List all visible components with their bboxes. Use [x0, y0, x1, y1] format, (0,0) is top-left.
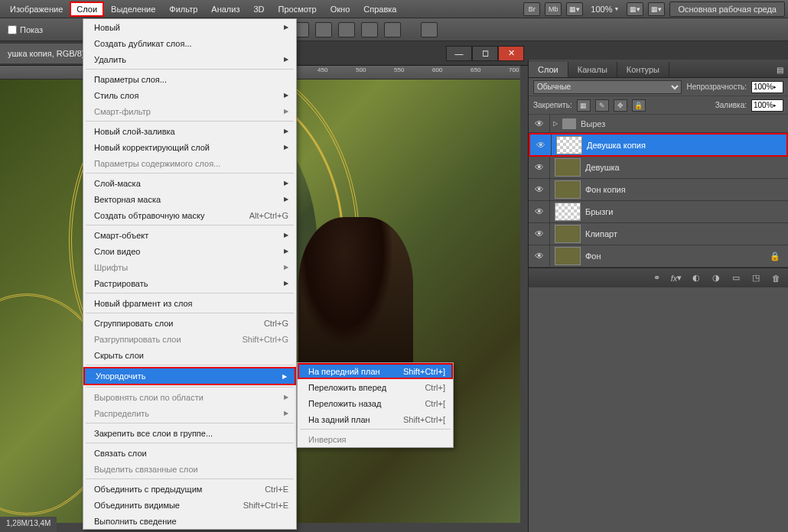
menu-item[interactable]: Переложить впередCtrl+]: [298, 379, 453, 395]
menu-help[interactable]: Справка: [357, 2, 403, 17]
layer-row[interactable]: 👁Девушка копия: [529, 133, 788, 157]
layer-row[interactable]: 👁Девушка: [529, 157, 788, 179]
new-layer-icon[interactable]: ◳: [748, 271, 764, 285]
menu-item[interactable]: На задний планShift+Ctrl+[: [298, 411, 453, 427]
layer-group[interactable]: 👁 ▷ Вырез: [529, 115, 788, 133]
window-close[interactable]: ✕: [498, 46, 524, 61]
menu-filter[interactable]: Фильтр: [162, 2, 204, 17]
menu-item[interactable]: Выполнить сведение: [83, 513, 296, 529]
layer-row[interactable]: 👁Фон🔒: [529, 245, 788, 268]
menu-item[interactable]: Скрыть слои: [83, 347, 296, 363]
optbar-btn-4[interactable]: [338, 22, 355, 37]
menu-item[interactable]: На передний планShift+Ctrl+]: [298, 363, 453, 379]
menu-item[interactable]: Сгруппировать слоиCtrl+G: [83, 315, 296, 331]
link-layers-icon[interactable]: ⚭: [649, 271, 664, 285]
menu-image[interactable]: Изображение: [3, 2, 70, 17]
layer-name[interactable]: Брызги: [585, 207, 788, 216]
menu-window[interactable]: Окно: [324, 2, 357, 17]
eye-icon[interactable]: 👁: [529, 201, 550, 222]
extras1-icon[interactable]: ▦▾: [627, 2, 643, 16]
layer-thumb[interactable]: [555, 225, 581, 243]
menu-select[interactable]: Выделение: [104, 2, 162, 17]
eye-icon[interactable]: 👁: [530, 135, 552, 156]
lock-transparent-icon[interactable]: ▦: [577, 99, 591, 112]
eye-icon[interactable]: 👁: [529, 223, 550, 245]
menu-item[interactable]: Переложить назадCtrl+[: [298, 395, 453, 411]
tab-channels[interactable]: Каналы: [568, 62, 617, 77]
layer-thumb[interactable]: [555, 158, 581, 177]
tab-paths[interactable]: Контуры: [617, 62, 669, 77]
chevron-right-icon[interactable]: ▷: [553, 120, 558, 127]
menu-item[interactable]: Новый слой-заливка▶: [83, 123, 296, 139]
menu-view[interactable]: Просмотр: [272, 2, 324, 17]
menubar: Изображение Слои Выделение Фильтр Анализ…: [0, 0, 788, 18]
menu-item[interactable]: Новый корректирующий слой▶: [83, 139, 296, 155]
arrange-docs-icon[interactable]: ▦▾: [566, 2, 583, 16]
tab-layers[interactable]: Слои: [529, 62, 568, 77]
blend-mode-select[interactable]: Обычные: [533, 80, 682, 94]
menu-3d[interactable]: 3D: [246, 2, 271, 17]
adjust-layer-icon[interactable]: ◑: [708, 271, 724, 285]
menu-item[interactable]: Связать слои: [83, 445, 296, 461]
workspace-switcher[interactable]: Основная рабочая среда: [669, 2, 785, 17]
menu-item[interactable]: Стиль слоя▶: [83, 87, 296, 103]
menu-item[interactable]: Создать обтравочную маскуAlt+Ctrl+G: [83, 207, 296, 223]
menu-analysis[interactable]: Анализ: [204, 2, 246, 17]
lock-paint-icon[interactable]: ✎: [595, 99, 609, 112]
optbar-btn-7[interactable]: [421, 22, 438, 37]
layer-name[interactable]: Девушка: [585, 163, 788, 172]
layer-row[interactable]: 👁Клипарт: [529, 223, 788, 245]
opacity-value[interactable]: 100%▸: [751, 81, 783, 93]
menu-item[interactable]: Векторная маска▶: [83, 191, 296, 207]
menu-item[interactable]: Упорядочить▶: [83, 367, 296, 385]
delete-layer-icon[interactable]: 🗑: [768, 271, 783, 285]
new-group-icon[interactable]: ▭: [728, 271, 744, 285]
lock-move-icon[interactable]: ✥: [614, 99, 627, 112]
optbar-btn-6[interactable]: [384, 22, 401, 37]
layer-fx-icon[interactable]: fx▾: [669, 271, 684, 285]
eye-icon[interactable]: 👁: [529, 115, 550, 133]
zoom-display[interactable]: 100% ▼: [588, 5, 622, 14]
window-maximize[interactable]: ◻: [472, 46, 498, 61]
extras2-icon[interactable]: ▦▾: [648, 2, 665, 16]
layer-mask-icon[interactable]: ◐: [689, 271, 704, 285]
panel-tabs: Слои Каналы Контуры ▤: [529, 60, 788, 78]
eye-icon[interactable]: 👁: [529, 157, 550, 178]
layer-thumb[interactable]: [555, 180, 581, 199]
subject: [298, 217, 413, 385]
bridge-icon[interactable]: Br: [523, 2, 540, 16]
layer-row[interactable]: 👁Фон копия: [529, 179, 788, 201]
menu-layers[interactable]: Слои: [70, 2, 104, 17]
menu-item[interactable]: Объединить с предыдущимCtrl+E: [83, 481, 296, 497]
menu-item[interactable]: Параметры слоя...: [83, 71, 296, 87]
layer-thumb[interactable]: [555, 247, 581, 265]
panel-menu-icon[interactable]: ▤: [772, 63, 788, 77]
layer-thumb[interactable]: [556, 136, 582, 154]
optbar-btn-3[interactable]: [315, 22, 332, 37]
layer-row[interactable]: 👁Брызги: [529, 201, 788, 223]
minibridge-icon[interactable]: Mb: [545, 2, 562, 16]
layer-name[interactable]: Девушка копия: [587, 141, 786, 150]
lock-all-icon[interactable]: 🔒: [632, 99, 646, 112]
menu-item[interactable]: Слои видео▶: [83, 243, 296, 259]
fill-value[interactable]: 100%▸: [751, 99, 783, 112]
menu-item[interactable]: Растрировать▶: [83, 275, 296, 291]
menu-item[interactable]: Новый фрагмент из слоя: [83, 295, 296, 311]
layer-name[interactable]: Фон: [585, 251, 770, 261]
layer-thumb[interactable]: [555, 203, 581, 221]
eye-icon[interactable]: 👁: [529, 245, 550, 267]
layer-name[interactable]: Фон копия: [585, 185, 788, 194]
menu-item[interactable]: Создать дубликат слоя...: [83, 35, 296, 51]
eye-icon[interactable]: 👁: [529, 179, 550, 200]
optbar-btn-5[interactable]: [361, 22, 378, 37]
panel-footer: ⚭ fx▾ ◐ ◑ ▭ ◳ 🗑: [529, 268, 788, 287]
menu-item[interactable]: Закрепить все слои в группе...: [83, 425, 296, 441]
menu-item[interactable]: Новый▶: [83, 19, 296, 35]
menu-item[interactable]: Объединить видимыеShift+Ctrl+E: [83, 497, 296, 513]
menu-item[interactable]: Слой-маска▶: [83, 175, 296, 191]
layer-name[interactable]: Клипарт: [585, 229, 788, 238]
menu-item[interactable]: Смарт-объект▶: [83, 227, 296, 243]
window-minimize[interactable]: —: [446, 46, 472, 61]
menu-item[interactable]: Удалить▶: [83, 51, 296, 67]
show-checkbox[interactable]: Показ: [8, 25, 43, 34]
